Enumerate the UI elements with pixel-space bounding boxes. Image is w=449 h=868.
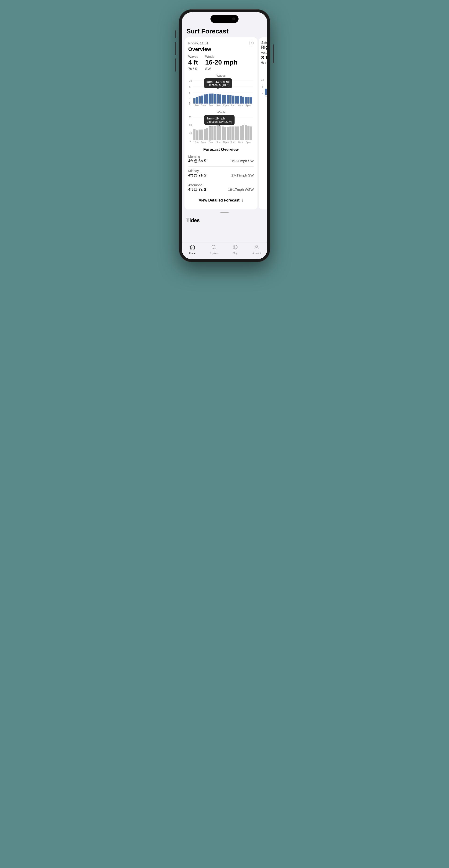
scroll-indicator — [182, 210, 267, 214]
svg-rect-20 — [216, 94, 219, 103]
tab-home[interactable]: Home — [185, 244, 200, 255]
tab-home-label: Home — [189, 252, 196, 255]
card-date-row: Friday, 11/01 i — [188, 41, 254, 45]
svg-text:9am: 9am — [216, 141, 221, 144]
afternoon-row: Afternoon 4ft @ 7s S 16-17mph WSW — [188, 183, 254, 192]
svg-rect-13 — [199, 96, 201, 103]
midday-row: Midday 4ft @ 7s S 17-19mph SW — [188, 169, 254, 178]
winds-chart-container: Winds 8am - 19mph Direction: SW (227°) 3… — [188, 111, 254, 144]
tab-bar: Home Explore — [182, 242, 267, 259]
wind-tooltip: 8am - 19mph Direction: SW (227°) — [204, 115, 235, 125]
midday-data: 4ft @ 7s S 17-19mph SW — [188, 173, 254, 178]
view-forecast-label: View Detailed Forecast — [199, 198, 239, 203]
svg-rect-27 — [235, 96, 237, 103]
overview-label: Overview — [188, 46, 254, 52]
svg-rect-29 — [240, 96, 242, 103]
forecast-overview-title: Forecast Overview — [188, 147, 254, 152]
wave-tooltip: 8am - 4.3ft @ 6s Direction: S (180°) — [204, 78, 232, 88]
svg-text:0: 0 — [190, 140, 191, 142]
waves-chart-label: Waves — [188, 74, 254, 78]
svg-rect-18 — [211, 94, 213, 103]
svg-point-101 — [256, 245, 258, 247]
svg-rect-24 — [227, 95, 229, 103]
svg-rect-21 — [219, 94, 221, 103]
svg-rect-12 — [196, 97, 198, 103]
saturday-waves-sub: 6s / S — [261, 61, 267, 64]
svg-text:6pm: 6pm — [238, 104, 243, 107]
wave-tooltip-title: 8am - 4.3ft @ 6s — [207, 80, 230, 84]
svg-text:12am: 12am — [193, 141, 199, 144]
screen-content: Surf Forecast Friday, 11/01 i Overview W… — [182, 12, 267, 259]
saturday-date: Saturd — [261, 41, 267, 44]
scroll-dot — [220, 212, 229, 213]
wave-tooltip-sub: Direction: S (180°) — [207, 84, 230, 87]
svg-text:10: 10 — [261, 79, 264, 81]
winds-chart-label: Winds — [188, 111, 254, 114]
info-icon[interactable]: i — [249, 41, 254, 45]
svg-rect-64 — [230, 126, 232, 140]
svg-rect-65 — [232, 126, 234, 140]
svg-text:10: 10 — [189, 132, 192, 134]
tab-map[interactable]: Map — [228, 244, 242, 255]
svg-rect-25 — [230, 95, 232, 103]
svg-rect-60 — [219, 126, 221, 140]
mute-button — [175, 30, 176, 38]
svg-rect-84 — [265, 89, 267, 95]
midday-label: Midday — [188, 169, 254, 173]
search-icon — [211, 244, 216, 251]
view-forecast-button[interactable]: View Detailed Forecast ↓ — [188, 195, 254, 206]
svg-text:3am: 3am — [201, 104, 206, 107]
tides-section: Tides — [182, 214, 267, 242]
svg-text:6am: 6am — [209, 141, 213, 144]
waves-label: Waves — [188, 55, 198, 58]
saturday-overview: Right — [261, 45, 267, 50]
phone-screen: Surf Forecast Friday, 11/01 i Overview W… — [182, 12, 267, 259]
wind-tooltip-title: 8am - 19mph — [207, 117, 232, 120]
svg-rect-67 — [237, 126, 239, 140]
svg-text:20: 20 — [189, 124, 192, 126]
svg-text:30: 30 — [189, 116, 191, 119]
svg-rect-51 — [196, 130, 198, 140]
person-icon — [254, 244, 259, 251]
divider-1 — [188, 166, 254, 167]
waves-main: 4 ft — [188, 59, 198, 66]
svg-text:12am: 12am — [193, 104, 199, 107]
afternoon-label: Afternoon — [188, 183, 254, 187]
card-date: Friday, 11/01 — [188, 41, 208, 45]
svg-rect-56 — [209, 126, 211, 140]
svg-rect-55 — [206, 128, 208, 140]
svg-point-94 — [212, 245, 215, 248]
svg-rect-52 — [199, 129, 201, 140]
camera-dot — [233, 18, 235, 20]
svg-rect-70 — [245, 125, 247, 140]
saturday-waves-svg: 10 4 0 12am — [261, 78, 267, 97]
tab-account-label: Account — [252, 252, 261, 255]
morning-label: Morning — [188, 155, 254, 158]
phone-frame: Surf Forecast Friday, 11/01 i Overview W… — [179, 9, 270, 262]
winds-chart-wrap: 8am - 19mph Direction: SW (227°) 30 20 1… — [188, 115, 254, 144]
svg-rect-19 — [214, 94, 216, 103]
svg-rect-71 — [247, 126, 249, 140]
svg-rect-58 — [214, 126, 216, 140]
svg-rect-59 — [216, 125, 219, 140]
wind-tooltip-sub: Direction: SW (227°) — [207, 120, 232, 123]
tides-title: Tides — [186, 217, 263, 223]
svg-rect-63 — [227, 127, 229, 140]
volume-down-button — [175, 58, 176, 71]
svg-rect-28 — [237, 96, 239, 103]
tab-explore-label: Explore — [210, 252, 218, 255]
svg-text:9pm: 9pm — [246, 104, 250, 107]
power-button — [273, 44, 274, 63]
afternoon-waves: 4ft @ 7s S — [188, 187, 206, 192]
tab-explore[interactable]: Explore — [207, 244, 221, 255]
svg-rect-17 — [209, 94, 211, 103]
tab-account[interactable]: Account — [249, 244, 264, 255]
home-icon — [190, 244, 195, 251]
forecast-scroll[interactable]: Friday, 11/01 i Overview Waves 4 ft 7s /… — [182, 37, 267, 210]
svg-rect-16 — [206, 94, 208, 103]
winds-sub: SW — [205, 67, 238, 71]
svg-text:10: 10 — [189, 80, 192, 82]
winds-main: 16-20 mph — [205, 59, 238, 66]
svg-line-95 — [215, 248, 216, 249]
waves-chart-container: Waves 8am - 4.3ft @ 6s Direction: S (180… — [188, 74, 254, 107]
